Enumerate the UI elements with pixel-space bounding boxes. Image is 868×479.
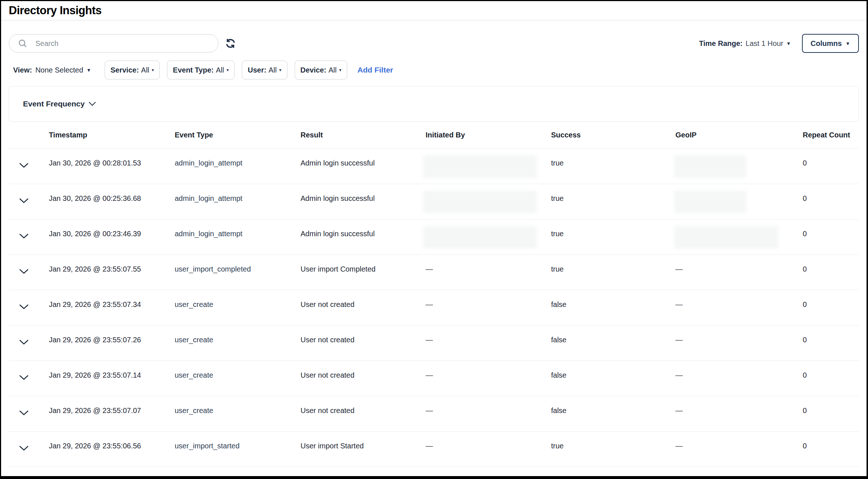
table-row: Jan 29, 2026 @ 23:55:07.26 user_create U… [9, 326, 859, 361]
cell-result: User not created [301, 326, 426, 344]
cell-event-type: admin_login_attempt [175, 184, 301, 203]
cell-repeat-count: 0 [803, 219, 859, 238]
column-header-geoip: GeoIP [675, 131, 803, 139]
cell-timestamp: Jan 30, 2026 @ 00:25:36.68 [49, 184, 175, 203]
expand-row-button[interactable] [19, 304, 29, 311]
event-frequency-toggle[interactable]: Event Frequency [23, 100, 96, 108]
cell-timestamp: Jan 29, 2026 @ 23:55:07.14 [49, 361, 175, 379]
row-expander-cell [9, 396, 49, 417]
expand-row-button[interactable] [19, 163, 29, 169]
cell-repeat-count: 0 [803, 290, 859, 309]
cell-geoip [675, 149, 803, 178]
column-header-event-type: Event Type [175, 131, 301, 139]
cell-success: true [551, 432, 675, 450]
cell-initiated-by [426, 219, 551, 249]
cell-repeat-count: 0 [803, 432, 859, 450]
column-header-result: Result [301, 131, 426, 139]
expand-row-button[interactable] [19, 410, 29, 417]
table-row: Jan 30, 2026 @ 00:23:46.39 admin_login_a… [9, 219, 859, 255]
table-row: Jan 29, 2026 @ 23:55:07.55 user_import_c… [9, 255, 859, 290]
columns-button[interactable]: Columns ▼ [802, 34, 859, 53]
cell-event-type: user_create [175, 361, 301, 379]
expand-row-button[interactable] [19, 269, 29, 275]
cell-success: false [551, 290, 675, 309]
search-input[interactable] [35, 39, 211, 48]
caret-down-icon: ▾ [152, 68, 154, 72]
search-icon [18, 39, 27, 48]
table-body: Jan 30, 2026 @ 00:28:01.53 admin_login_a… [9, 149, 859, 467]
cell-success: true [551, 219, 675, 238]
cell-initiated-by [426, 149, 551, 178]
cell-result: User not created [301, 361, 426, 379]
filter-pill-value: All [141, 66, 149, 74]
expand-row-button[interactable] [19, 339, 29, 346]
expand-row-button[interactable] [19, 445, 29, 452]
row-expander-cell [9, 219, 49, 240]
chevron-down-icon [19, 375, 29, 380]
filter-pill-service[interactable]: Service: All ▾ [105, 61, 160, 79]
cell-geoip: — [675, 326, 803, 344]
filter-pill-device[interactable]: Device: All ▾ [295, 61, 347, 79]
caret-down-icon: ▾ [279, 68, 282, 72]
cell-geoip: — [675, 396, 803, 415]
filter-pill-value: All [268, 66, 276, 74]
cell-timestamp: Jan 29, 2026 @ 23:55:06.56 [49, 432, 175, 450]
filter-pill-user[interactable]: User: All ▾ [242, 61, 287, 79]
caret-down-icon: ▼ [845, 41, 850, 46]
chevron-down-icon [19, 198, 29, 203]
row-expander-cell [9, 149, 49, 169]
expand-row-button[interactable] [19, 198, 29, 205]
cell-timestamp: Jan 29, 2026 @ 23:55:07.55 [49, 255, 175, 273]
filter-pill-label: User: [248, 66, 266, 74]
column-header-repeat-count: Repeat Count [803, 131, 859, 139]
refresh-button[interactable] [225, 38, 236, 49]
cell-result: Admin login successful [301, 184, 426, 203]
table-row: Jan 29, 2026 @ 23:55:07.14 user_create U… [9, 361, 859, 396]
cell-repeat-count: 0 [803, 326, 859, 344]
expand-row-button[interactable] [19, 375, 29, 381]
row-expander-cell [9, 290, 49, 311]
filter-row: View: None Selected ▼ Service: All ▾ Eve… [13, 61, 859, 79]
cell-initiated-by: — [426, 255, 551, 273]
redacted-value [674, 155, 746, 178]
cell-event-type: user_create [175, 326, 301, 344]
row-expander-cell [9, 184, 49, 205]
row-expander-cell [9, 432, 49, 452]
chevron-down-icon [19, 445, 29, 451]
chevron-down-icon [19, 163, 29, 168]
redacted-value [423, 155, 537, 178]
chevron-down-icon [19, 233, 29, 239]
cell-repeat-count: 0 [803, 396, 859, 415]
column-header-timestamp: Timestamp [49, 131, 175, 139]
cell-result: Admin login successful [301, 219, 426, 238]
cell-success: true [551, 184, 675, 203]
cell-repeat-count: 0 [803, 149, 859, 167]
cell-timestamp: Jan 29, 2026 @ 23:55:07.26 [49, 326, 175, 344]
caret-down-icon: ▾ [339, 68, 341, 72]
caret-down-icon: ▼ [786, 41, 791, 46]
cell-repeat-count: 0 [803, 361, 859, 379]
chevron-down-icon [19, 410, 29, 416]
cell-initiated-by: — [426, 396, 551, 415]
chevron-down-icon [19, 269, 29, 274]
cell-initiated-by: — [426, 361, 551, 379]
time-range-value: Last 1 Hour [745, 39, 783, 48]
view-dropdown[interactable]: View: None Selected ▼ [13, 66, 91, 74]
cell-result: User import Started [301, 432, 426, 450]
time-range-dropdown[interactable]: Time Range: Last 1 Hour ▼ [699, 39, 791, 48]
view-label: View: [13, 66, 32, 74]
filter-pill-event-type[interactable]: Event Type: All ▾ [167, 61, 235, 79]
chevron-down-icon [19, 304, 29, 309]
expand-row-button[interactable] [19, 233, 29, 240]
cell-success: false [551, 396, 675, 415]
column-header-initiated-by: Initiated By [426, 131, 551, 139]
search-box[interactable] [9, 34, 218, 52]
cell-event-type: user_create [175, 290, 301, 309]
cell-initiated-by [426, 184, 551, 213]
cell-result: User import Completed [301, 255, 426, 273]
cell-initiated-by: — [426, 326, 551, 344]
cell-initiated-by: — [426, 432, 551, 450]
table-header-row: Timestamp Event Type Result Initiated By… [9, 122, 859, 149]
column-header-success: Success [551, 131, 675, 139]
add-filter-link[interactable]: Add Filter [357, 66, 393, 74]
